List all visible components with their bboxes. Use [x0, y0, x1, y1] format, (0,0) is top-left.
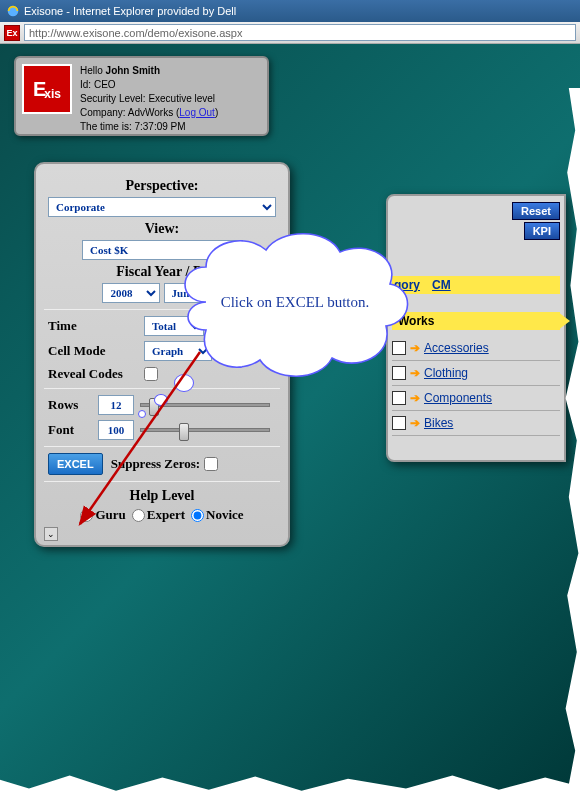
perspective-select[interactable]: Corporate [48, 197, 276, 217]
perspective-label: Perspective: [48, 178, 276, 194]
rows-label: Rows [48, 397, 98, 413]
font-input[interactable] [98, 420, 134, 440]
url-input[interactable] [24, 24, 576, 41]
clothing-link[interactable]: Clothing [424, 366, 468, 380]
user-info-box: Exis Hello John Smith Id: CEO Security L… [14, 56, 269, 136]
user-company: AdvWorks [128, 107, 173, 118]
help-novice-radio[interactable] [191, 509, 204, 522]
fiscal-year-select[interactable]: 2008 [102, 283, 160, 303]
font-slider[interactable] [134, 428, 276, 432]
category-header: gory CM [392, 276, 560, 294]
site-favicon: Ex [4, 25, 20, 41]
reveal-checkbox[interactable] [144, 367, 158, 381]
bikes-link[interactable]: Bikes [424, 416, 453, 430]
reveal-label: Reveal Codes [48, 366, 144, 382]
rows-input[interactable] [98, 395, 134, 415]
item-checkbox[interactable] [392, 416, 406, 430]
callout-text: Click on EXCEL button. [200, 294, 390, 311]
time-label: Time [48, 318, 144, 334]
app-logo: Exis [22, 64, 72, 114]
current-time: 7:37:09 PM [134, 121, 185, 132]
excel-button[interactable]: EXCEL [48, 453, 103, 475]
address-bar: Ex [0, 22, 580, 44]
torn-edge-right [564, 88, 580, 793]
item-checkbox[interactable] [392, 391, 406, 405]
cellmode-label: Cell Mode [48, 343, 144, 359]
reset-button[interactable]: Reset [512, 202, 560, 220]
kpi-button[interactable]: KPI [524, 222, 560, 240]
help-level-label: Help Level [48, 488, 276, 504]
window-title: Exisone - Internet Explorer provided by … [24, 5, 236, 17]
suppress-checkbox[interactable] [204, 457, 218, 471]
arrow-icon: ➔ [410, 391, 420, 405]
components-link[interactable]: Components [424, 391, 492, 405]
help-expert-radio[interactable] [132, 509, 145, 522]
torn-edge-bottom [0, 771, 580, 793]
page-content: Exis Hello John Smith Id: CEO Security L… [0, 44, 580, 793]
window-titlebar: Exisone - Internet Explorer provided by … [0, 0, 580, 22]
help-guru-radio[interactable] [80, 509, 93, 522]
font-label: Font [48, 422, 98, 438]
user-name: John Smith [106, 65, 160, 76]
chevron-right-icon [558, 312, 570, 330]
panel-expand-button[interactable]: ⌄ [44, 527, 58, 541]
cm-link[interactable]: CM [432, 278, 451, 292]
help-level-radiogroup: Guru Expert Novice [48, 507, 276, 523]
works-header: Works [392, 312, 560, 330]
accessories-link[interactable]: Accessories [424, 341, 489, 355]
user-security: Executive level [148, 93, 215, 104]
suppress-label: Suppress Zeros: [111, 456, 200, 472]
user-id: CEO [94, 79, 116, 90]
logout-link[interactable]: Log Out [179, 107, 215, 118]
user-info-text: Hello John Smith Id: CEO Security Level:… [80, 64, 218, 128]
arrow-icon: ➔ [410, 416, 420, 430]
ie-icon [6, 4, 20, 18]
callout-cloud: Click on EXCEL button. [168, 222, 414, 392]
